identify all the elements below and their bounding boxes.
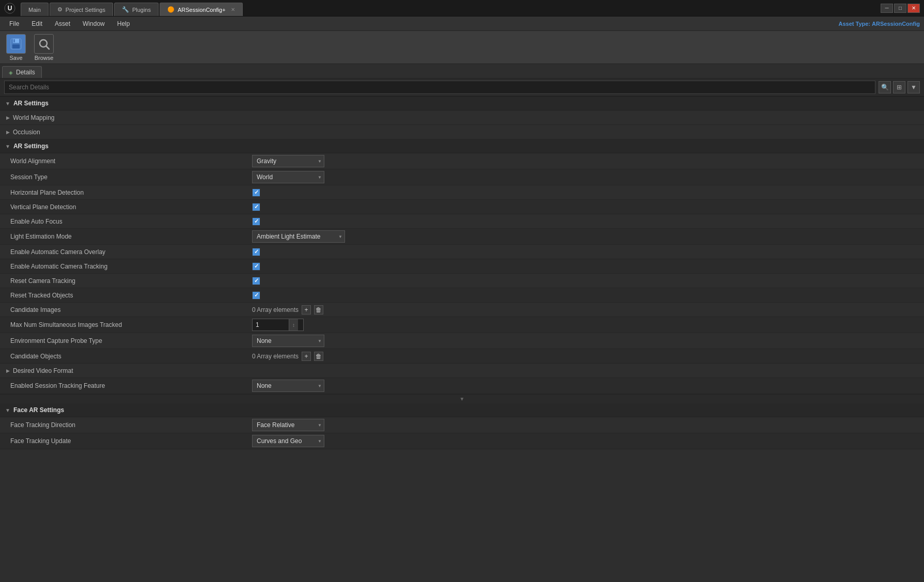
minimize-button[interactable]: ─ — [881, 4, 893, 13]
save-label: Save — [9, 55, 22, 61]
session-tracking-feature-label: Enabled Session Tracking Feature — [0, 380, 248, 391]
env-capture-label: Environment Capture Probe Type — [0, 335, 248, 347]
face-tracking-update-select[interactable]: Curves and Geo CurvesOnly GeoOnly — [252, 435, 324, 447]
max-images-input[interactable] — [253, 321, 289, 328]
world-alignment-select[interactable]: Gravity GravityAndHeading Camera — [252, 155, 324, 167]
env-capture-row: Environment Capture Probe Type None Auto… — [0, 333, 924, 349]
max-images-tracked-label: Max Num Simultaneous Images Tracked — [0, 319, 248, 331]
session-type-row: Session Type World Face Image ObjectDete… — [0, 169, 924, 185]
camera-tracking-checkbox[interactable] — [252, 262, 260, 271]
face-tracking-direction-label: Face Tracking Direction — [0, 419, 248, 431]
world-alignment-select-wrapper: Gravity GravityAndHeading Camera — [252, 155, 324, 167]
reset-tracked-row: Reset Tracked Objects — [0, 288, 924, 303]
session-type-select-wrapper: World Face Image ObjectDetection PoseTra… — [252, 171, 324, 183]
details-tab-icon: ◈ — [9, 70, 13, 75]
horizontal-plane-checkbox[interactable] — [252, 188, 260, 197]
vertical-plane-checkbox[interactable] — [252, 203, 260, 211]
face-tracking-update-label: Face Tracking Update — [0, 435, 248, 447]
light-estimation-select[interactable]: Ambient Light Estimate None DirectionalL… — [252, 230, 345, 243]
menu-file[interactable]: File — [4, 18, 24, 29]
search-input[interactable] — [4, 81, 875, 94]
tab-plugins-label: Plugins — [132, 7, 151, 13]
search-magnify-button[interactable]: 🔍 — [879, 81, 891, 93]
candidate-images-value: 0 Array elements + 🗑 — [248, 304, 924, 316]
session-tracking-feature-select[interactable]: None PoseDetection SceneDepth — [252, 380, 324, 392]
ar-settings-second-title: AR Settings — [13, 143, 49, 150]
max-images-spinbox: ↕ — [252, 319, 304, 331]
candidate-objects-array: 0 Array elements + 🗑 — [252, 352, 323, 361]
world-alignment-label: World Alignment — [0, 155, 248, 167]
grid-view-button[interactable]: ⊞ — [893, 81, 905, 93]
world-alignment-value: Gravity GravityAndHeading Camera — [248, 153, 924, 169]
face-tracking-direction-value: Face Relative CameraRelative — [248, 417, 924, 433]
menu-bar: File Edit Asset Window Help Asset Type: … — [0, 17, 924, 31]
svg-rect-4 — [13, 39, 15, 42]
tab-project-settings[interactable]: ⚙ Project Settings — [50, 3, 113, 16]
close-button[interactable]: ✕ — [907, 4, 920, 13]
toolbar: Save Browse — [0, 31, 924, 64]
content-area: ▼ AR Settings ▶ World Mapping ▶ Occlusio… — [0, 97, 924, 582]
env-capture-value: None Automatic Manual — [248, 333, 924, 349]
eye-button[interactable]: ▼ — [907, 81, 920, 93]
candidate-images-add-button[interactable]: + — [302, 305, 311, 314]
world-mapping-row[interactable]: ▶ World Mapping — [0, 111, 924, 125]
reset-tracked-checkbox[interactable] — [252, 291, 260, 300]
ue-logo: U — [4, 3, 15, 14]
tab-main[interactable]: Main — [21, 3, 49, 16]
candidate-objects-value: 0 Array elements + 🗑 — [248, 350, 924, 363]
occlusion-row[interactable]: ▶ Occlusion — [0, 125, 924, 139]
max-images-spin-btn[interactable]: ↕ — [289, 319, 298, 331]
session-type-select[interactable]: World Face Image ObjectDetection PoseTra… — [252, 171, 324, 183]
camera-overlay-checkbox[interactable] — [252, 248, 260, 256]
menu-edit[interactable]: Edit — [26, 18, 48, 29]
horizontal-plane-label: Horizontal Plane Detection — [0, 187, 248, 198]
auto-focus-checkbox[interactable] — [252, 217, 260, 226]
candidate-objects-add-button[interactable]: + — [302, 352, 311, 361]
session-tracking-feature-row: Enabled Session Tracking Feature None Po… — [0, 378, 924, 394]
face-tracking-direction-select-wrapper: Face Relative CameraRelative — [252, 419, 324, 431]
desired-video-format-arrow: ▶ — [6, 368, 10, 373]
auto-focus-row: Enable Auto Focus — [0, 214, 924, 229]
ar-settings-first-header[interactable]: ▼ AR Settings — [0, 97, 924, 111]
reset-camera-label: Reset Camera Tracking — [0, 275, 248, 287]
tab-plugins[interactable]: 🔧 Plugins — [114, 3, 159, 16]
ar-settings-second-header[interactable]: ▼ AR Settings — [0, 139, 924, 153]
menu-help[interactable]: Help — [112, 18, 135, 29]
tab-arsession-close[interactable]: ✕ — [231, 7, 235, 12]
candidate-images-label: Candidate Images — [0, 304, 248, 316]
maximize-button[interactable]: □ — [894, 4, 906, 13]
face-tracking-direction-select[interactable]: Face Relative CameraRelative — [252, 419, 324, 431]
save-icon — [6, 34, 26, 54]
reset-camera-checkbox[interactable] — [252, 277, 260, 285]
svg-rect-5 — [12, 44, 20, 49]
face-ar-settings-header[interactable]: ▼ Face AR Settings — [0, 403, 924, 417]
search-bar: 🔍 ⊞ ▼ — [0, 78, 924, 97]
details-tab[interactable]: ◈ Details — [2, 66, 42, 78]
occlusion-arrow: ▶ — [6, 130, 10, 135]
scroll-indicator: ▼ — [0, 394, 924, 403]
session-tracking-feature-value: None PoseDetection SceneDepth — [248, 378, 924, 394]
tab-project-settings-icon: ⚙ — [57, 6, 62, 13]
browse-button[interactable]: Browse — [34, 34, 54, 61]
face-tracking-update-value: Curves and Geo CurvesOnly GeoOnly — [248, 433, 924, 449]
menu-window[interactable]: Window — [77, 18, 110, 29]
save-button[interactable]: Save — [6, 34, 26, 61]
env-capture-select[interactable]: None Automatic Manual — [252, 335, 324, 347]
camera-overlay-value — [248, 246, 924, 258]
face-tracking-update-row: Face Tracking Update Curves and Geo Curv… — [0, 433, 924, 449]
auto-focus-label: Enable Auto Focus — [0, 216, 248, 227]
world-mapping-label: World Mapping — [13, 114, 54, 121]
vertical-plane-row: Vertical Plane Detection — [0, 200, 924, 214]
search-icons: 🔍 ⊞ ▼ — [879, 81, 920, 93]
desired-video-format-row[interactable]: ▶ Desired Video Format — [0, 364, 924, 378]
face-tracking-direction-row: Face Tracking Direction Face Relative Ca… — [0, 417, 924, 433]
candidate-images-count: 0 Array elements — [252, 306, 299, 313]
tabs-area: Main ⚙ Project Settings 🔧 Plugins 🟠 ARSe… — [21, 0, 243, 16]
reset-tracked-value — [248, 290, 924, 301]
menu-asset[interactable]: Asset — [50, 18, 75, 29]
face-ar-settings-arrow: ▼ — [5, 407, 10, 413]
candidate-images-remove-button[interactable]: 🗑 — [314, 305, 323, 314]
tab-arsession[interactable]: 🟠 ARSessionConfig+ ✕ — [160, 3, 243, 16]
candidate-objects-remove-button[interactable]: 🗑 — [314, 352, 323, 361]
camera-overlay-label: Enable Automatic Camera Overlay — [0, 246, 248, 258]
